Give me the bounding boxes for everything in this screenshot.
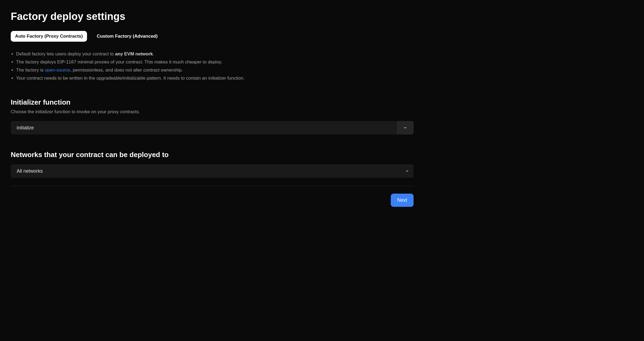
- footer: Next: [11, 194, 414, 207]
- page-title: Factory deploy settings: [11, 11, 414, 22]
- bullet-strong: any EVM network: [115, 51, 153, 56]
- chevron-down-icon: [403, 126, 407, 130]
- initializer-section-title: Initializer function: [11, 98, 414, 106]
- initializer-select[interactable]: initialize: [11, 121, 414, 134]
- chevron-down-icon: [405, 169, 409, 173]
- bullet-text: The factory is: [16, 68, 45, 73]
- networks-select-chevron-box: [401, 164, 414, 178]
- bullet-text: Default factory lets users deploy your c…: [16, 51, 115, 56]
- bullet-text: .: [153, 51, 154, 56]
- divider: [11, 186, 414, 186]
- settings-container: Factory deploy settings Auto Factory (Pr…: [11, 11, 414, 207]
- initializer-select-value: initialize: [11, 125, 397, 131]
- tab-custom-factory[interactable]: Custom Factory (Advanced): [92, 31, 162, 42]
- info-bullet-list: Default factory lets users deploy your c…: [11, 50, 414, 82]
- bullet-text: , permissionless, and does not alter con…: [70, 68, 183, 73]
- info-bullet: Your contract needs to be written in the…: [16, 74, 414, 82]
- open-source-link[interactable]: open-source: [45, 68, 70, 73]
- networks-section-title: Networks that your contract can be deplo…: [11, 151, 414, 159]
- initializer-section-desc: Choose the initializer function to invok…: [11, 109, 414, 115]
- info-bullet: Default factory lets users deploy your c…: [16, 50, 414, 58]
- next-button[interactable]: Next: [391, 194, 414, 207]
- info-bullet: The factory is open-source, permissionle…: [16, 66, 414, 74]
- factory-type-tabs: Auto Factory (Proxy Contracts) Custom Fa…: [11, 31, 414, 42]
- initializer-select-chevron-box: [397, 121, 414, 134]
- info-bullet: The factory deploys EIP-1167 minimal pro…: [16, 58, 414, 66]
- tab-auto-factory[interactable]: Auto Factory (Proxy Contracts): [11, 31, 87, 42]
- networks-select-value: All networks: [11, 168, 401, 174]
- networks-select[interactable]: All networks: [11, 164, 414, 178]
